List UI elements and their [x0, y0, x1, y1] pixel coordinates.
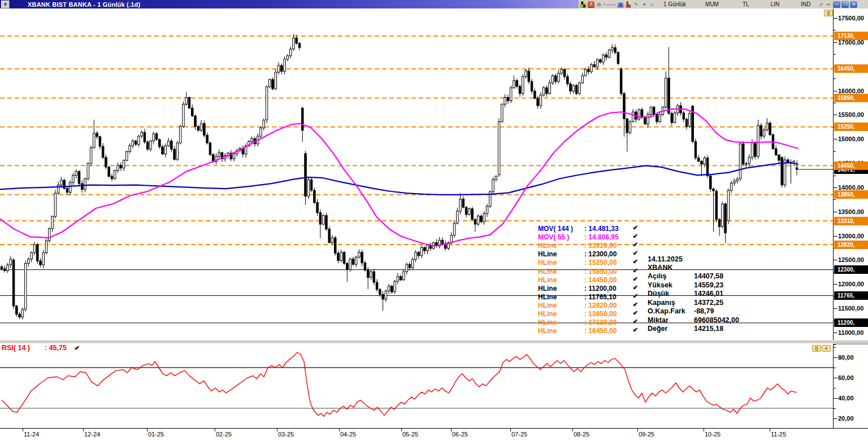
date-label: 01-25: [148, 431, 164, 438]
logo-icon-yellow[interactable]: ▚: [580, 1, 587, 8]
scale-button[interactable]: LIN: [771, 1, 780, 7]
legend-check-icon[interactable]: ✔: [633, 326, 638, 334]
rsi-tick-label: 20,00: [838, 415, 854, 422]
info-row: Yüksek14559,23: [648, 281, 672, 290]
tools-icon[interactable]: ✂: [825, 1, 832, 8]
send-arrow-icon[interactable]: ➚: [817, 1, 824, 8]
rsi-tick: [834, 418, 837, 419]
chart-close-icon[interactable]: x: [1, 1, 10, 8]
legend-name: HLine: [538, 285, 557, 292]
info-label: Yüksek: [648, 281, 672, 289]
date-label: 11-24: [24, 431, 39, 438]
legend-value: : 15250,00: [584, 259, 617, 267]
logo-icon-red[interactable]: ♙: [588, 1, 594, 8]
rsi-minor-tick: [834, 347, 836, 348]
info-value: 14559,23: [694, 281, 723, 289]
rsi-tick-label: 40,00: [838, 395, 854, 401]
legend-check-icon[interactable]: ✔: [633, 250, 638, 257]
hline-badge-black: 12300,: [834, 265, 868, 274]
rsi-chart: [0, 343, 833, 428]
chart-icon[interactable]: ▙: [625, 1, 632, 8]
chart-titlebar[interactable]: x XBANK BIST BANKA - 1 Günlük (.1d): [0, 0, 579, 8]
date-label: 02-25: [216, 431, 232, 438]
price-tick: [834, 260, 837, 260]
rsi-check-icon[interactable]: ✔: [75, 344, 80, 351]
legend-name: MOV( 55 ): [538, 233, 569, 241]
info-row: Değer14215,18: [648, 325, 667, 333]
close-button[interactable]: ✕: [850, 1, 857, 8]
wave-icon[interactable]: ∿: [649, 1, 656, 8]
pencil-icon[interactable]: ✎: [633, 1, 640, 8]
info-value: 14372,25: [694, 299, 723, 307]
price-tick: [834, 115, 837, 115]
price-tick-label: 14000,00: [838, 184, 864, 191]
hline-badge-black: 11200,: [834, 318, 868, 327]
hline-badge-black: 11765,: [834, 291, 868, 300]
legend-check-icon[interactable]: ✔: [633, 301, 638, 308]
indicator-button[interactable]: IND: [801, 1, 810, 7]
date-tick: [215, 429, 215, 431]
rsi-pane[interactable]: [0, 343, 833, 428]
date-label: 04-25: [340, 431, 356, 438]
legend-check-icon[interactable]: ✔: [633, 258, 638, 265]
legend-check-icon[interactable]: ✔: [633, 292, 638, 300]
legend-check-icon[interactable]: ✔: [633, 267, 638, 274]
date-tick: [83, 429, 84, 431]
legend-check-icon[interactable]: ✔: [633, 276, 638, 283]
compass-icon[interactable]: ✦: [641, 1, 648, 8]
legend-check-icon[interactable]: ✔: [633, 284, 638, 291]
price-minor-tick: [834, 103, 836, 103]
legend-check-icon[interactable]: ✔: [633, 241, 638, 248]
price-axis[interactable]: 17500,0017000,0016500,0016000,0015500,00…: [833, 8, 868, 428]
currency-button[interactable]: TL: [743, 1, 749, 7]
date-tick: [401, 429, 402, 431]
legend-name: HLine: [538, 318, 557, 326]
info-value: 696085042,00: [694, 316, 739, 324]
legend-name: HLine: [538, 242, 557, 250]
minimize-button[interactable]: ─: [833, 1, 840, 8]
date-tick: [510, 429, 511, 431]
hline-badge-orange: 14450,: [834, 161, 868, 170]
chart-type-button[interactable]: MUM: [705, 1, 719, 7]
legend-check-icon[interactable]: ✔: [633, 233, 638, 240]
legend-value: : 11765,10: [584, 293, 617, 301]
legend-check-icon[interactable]: ✔: [633, 309, 638, 317]
date-label: 11-25: [771, 431, 786, 438]
snapshot-icon[interactable]: ⧉: [596, 1, 602, 8]
legend-value: : 14450,00: [584, 276, 617, 284]
price-tick: [834, 139, 837, 139]
legend-check-icon[interactable]: ✔: [633, 224, 638, 232]
brand-text: Fortwest: [603, 3, 616, 6]
date-axis[interactable]: 11-2412-2401-2502-2503-2504-2505-2506-25…: [0, 428, 868, 441]
rsi-tick: [834, 357, 837, 358]
rsi-tick-label: 60,00: [838, 374, 854, 381]
info-label: Düşük: [648, 290, 669, 298]
date-tick: [704, 429, 704, 431]
rsi-tick: [834, 378, 837, 378]
rsi-value: : 45,75: [45, 344, 67, 352]
restore-button[interactable]: ❐: [841, 1, 849, 8]
date-label: 03-25: [278, 431, 294, 438]
legend-name: HLine: [538, 302, 557, 309]
main-pane-maximize-button[interactable]: []: [824, 10, 833, 16]
period-button[interactable]: 1 Günlük: [663, 1, 686, 7]
grid-icon[interactable]: ▦: [617, 1, 624, 8]
date-tick: [277, 429, 277, 431]
price-tick: [834, 236, 837, 237]
info-value: 14246,01: [694, 290, 723, 298]
hline-badge-orange: 12820,: [834, 241, 868, 249]
rsi-pane-close-button[interactable]: x: [822, 345, 831, 352]
date-tick: [572, 429, 573, 431]
info-row: Açılış14407,58: [648, 272, 666, 281]
legend-name: HLine: [538, 259, 557, 267]
date-label: 09-25: [639, 431, 654, 438]
legend-check-icon[interactable]: ✔: [633, 318, 638, 325]
price-tick-label: 15000,00: [838, 136, 864, 142]
info-label: Değer: [648, 325, 667, 333]
date-tick: [147, 429, 147, 431]
price-tick-label: 15500,00: [838, 111, 864, 118]
rsi-pane-maximize-button[interactable]: []: [812, 345, 821, 352]
legend-name: HLine: [538, 250, 557, 258]
legend-value: : 12300,00: [584, 250, 617, 258]
info-row: Miktar696085042,00: [648, 316, 669, 325]
